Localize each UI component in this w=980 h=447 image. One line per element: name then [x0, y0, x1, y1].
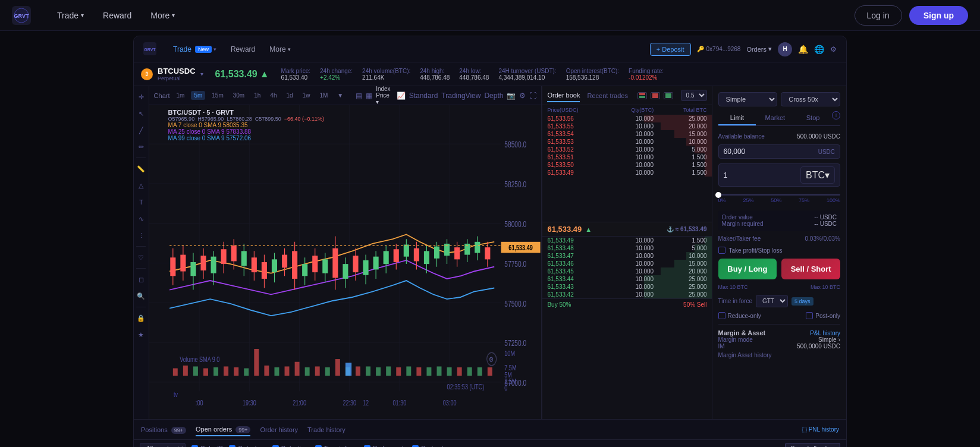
- ask-row[interactable]: 61,533.55 10.000 20.000: [542, 122, 711, 130]
- cursor-tool[interactable]: ↖: [135, 108, 147, 119]
- ob-buy-icon[interactable]: [664, 92, 673, 99]
- star-tool[interactable]: ★: [135, 329, 147, 341]
- tp-sl-row[interactable]: Take profit/Stop loss: [718, 247, 840, 254]
- pnl-history-link[interactable]: ⬚ PNL history: [802, 426, 839, 433]
- timeframe-15m[interactable]: 15m: [209, 91, 226, 100]
- tab-order-book[interactable]: Order book: [547, 89, 580, 102]
- lock-tool[interactable]: 🔒: [135, 312, 147, 324]
- crosshair-tool[interactable]: ✛: [135, 91, 147, 103]
- nav-reward[interactable]: Reward: [95, 7, 140, 24]
- tab-trade-history[interactable]: Trade history: [307, 424, 345, 436]
- ask-row[interactable]: 61,533.53 10.000 10.000: [542, 138, 711, 146]
- orders-button[interactable]: Orders ▾: [746, 45, 772, 53]
- ask-row[interactable]: 61,533.49 10.000 1.500: [542, 169, 711, 177]
- bid-row[interactable]: 61,533.48 10.000 5.000: [542, 244, 711, 252]
- timeframe-1M[interactable]: 1M: [316, 91, 331, 100]
- app-nav-reward[interactable]: Reward: [225, 43, 261, 56]
- order-type-select[interactable]: Simple: [718, 92, 778, 106]
- bid-row[interactable]: 61,533.46 10.000 15.000: [542, 260, 711, 267]
- bid-row[interactable]: 61,533.42 10.000 25.000: [542, 291, 711, 298]
- ask-row[interactable]: 61,533.52 10.000 5.000: [542, 146, 711, 153]
- qty-input-field[interactable]: BTC ▾: [718, 163, 840, 187]
- time-in-force-select[interactable]: GTT: [756, 295, 788, 307]
- timeframe-1d[interactable]: 1d: [283, 91, 296, 100]
- ob-qty-select[interactable]: 0.5: [681, 90, 707, 101]
- nav-trade[interactable]: Trade ▾: [49, 7, 92, 24]
- shapes-tool[interactable]: △: [135, 180, 147, 191]
- chart-view-depth[interactable]: Depth: [484, 92, 503, 100]
- tab-open-orders[interactable]: Open orders 99+: [196, 423, 251, 436]
- sell-short-button[interactable]: Sell / Short: [781, 259, 840, 279]
- fibonacci-tool[interactable]: ⋮: [135, 229, 147, 241]
- margin-asset-history-row[interactable]: Margin Asset history: [718, 352, 840, 358]
- indicator-tool[interactable]: ∿: [135, 213, 147, 225]
- tab-order-history[interactable]: Order history: [260, 424, 298, 436]
- ask-row[interactable]: 61,533.56 10.000 25.000: [542, 115, 711, 122]
- timeframe-1h[interactable]: 1h: [251, 91, 263, 100]
- signup-button[interactable]: Sign up: [909, 6, 968, 25]
- fullscreen-icon[interactable]: ⛶: [529, 92, 536, 100]
- timeframe-5m[interactable]: 5m: [191, 91, 205, 100]
- cancel-all-orders-button[interactable]: Cancel all orders: [785, 443, 840, 447]
- qty-slider-row[interactable]: 0% 25% 50% 75% 100%: [718, 191, 840, 206]
- index-price-selector[interactable]: Index Price ▾: [376, 86, 393, 105]
- timeframe-30m[interactable]: 30m: [230, 91, 247, 100]
- chart-compare-icon[interactable]: 📈: [397, 92, 406, 100]
- eraser-tool[interactable]: ◻: [135, 273, 147, 285]
- ob-both-icon[interactable]: [637, 92, 647, 99]
- slider-thumb[interactable]: [715, 192, 721, 198]
- bid-row[interactable]: 61,533.43 10.000 25.000: [542, 283, 711, 291]
- tab-limit[interactable]: Limit: [718, 111, 756, 125]
- order-info-icon[interactable]: i: [832, 111, 840, 119]
- post-only-checkbox[interactable]: Post-only: [806, 312, 840, 319]
- ask-row[interactable]: 61,533.54 10.000 15.000: [542, 130, 711, 138]
- timeframe-1m[interactable]: 1m: [173, 91, 187, 100]
- pencil-tool[interactable]: ✏: [135, 141, 147, 153]
- tp-sl-checkbox[interactable]: [718, 247, 725, 254]
- bid-row[interactable]: 61,533.44 10.000 25.000: [542, 275, 711, 283]
- reduce-only-checkbox[interactable]: Reduce-only: [718, 312, 761, 319]
- tab-market[interactable]: Market: [756, 111, 794, 125]
- timeframe-1w[interactable]: 1w: [300, 91, 313, 100]
- tab-recent-trades[interactable]: Recent trades: [587, 90, 627, 102]
- screenshot-icon[interactable]: 📷: [507, 92, 516, 100]
- pair-chevron-icon[interactable]: ▾: [200, 71, 203, 77]
- qty-input[interactable]: [724, 171, 800, 180]
- ruler-tool[interactable]: 📏: [135, 163, 147, 175]
- buy-long-button[interactable]: Buy / Long: [718, 259, 777, 279]
- candle-chart-icon[interactable]: ▦: [366, 92, 372, 100]
- deposit-button[interactable]: + Deposit: [650, 43, 691, 56]
- price-input-field[interactable]: USDC: [718, 144, 840, 159]
- chart-view-tradingview[interactable]: TradingView: [441, 92, 480, 100]
- ob-sell-icon[interactable]: [651, 92, 660, 99]
- ask-row[interactable]: 61,533.50 10.000 1.500: [542, 161, 711, 169]
- app-nav-more[interactable]: More ▾: [263, 43, 296, 56]
- notification-icon[interactable]: 🔔: [798, 45, 808, 54]
- chart-view-standard[interactable]: Standard: [409, 92, 438, 100]
- price-input[interactable]: [724, 147, 818, 156]
- qty-currency-select[interactable]: BTC ▾: [800, 166, 835, 184]
- bar-chart-icon[interactable]: ▤: [356, 92, 362, 100]
- tab-positions[interactable]: Positions 99+: [141, 424, 186, 436]
- logo[interactable]: GRVT: [12, 6, 31, 25]
- ask-row[interactable]: 61,533.51 10.000 1.500: [542, 153, 711, 161]
- globe-icon[interactable]: 🌐: [814, 45, 824, 54]
- timeframe-more[interactable]: ▼: [334, 91, 346, 100]
- settings-chart-icon[interactable]: ⚙: [519, 92, 526, 100]
- line-tool[interactable]: ╱: [135, 124, 147, 136]
- pnl-history-link[interactable]: P&L history: [810, 330, 840, 336]
- heart-tool[interactable]: ♡: [135, 251, 147, 263]
- pair-info[interactable]: ₿ BTCUSDC Perpetual ▾: [141, 67, 203, 81]
- leverage-select[interactable]: Cross 50x: [781, 92, 840, 106]
- text-tool[interactable]: T: [135, 196, 147, 208]
- settings-icon[interactable]: ⚙: [830, 45, 837, 53]
- bid-row[interactable]: 61,533.45 10.000 20.000: [542, 267, 711, 275]
- all-assets-select[interactable]: All assets: [140, 443, 186, 447]
- zoom-tool[interactable]: 🔍: [135, 290, 147, 302]
- bid-row[interactable]: 61,533.49 10.000 1.500: [542, 237, 711, 244]
- timeframe-4h[interactable]: 4h: [267, 91, 279, 100]
- margin-mode-value[interactable]: Simple ›: [818, 336, 840, 343]
- tab-stop[interactable]: Stop: [794, 111, 832, 125]
- app-nav-trade[interactable]: Trade New ▾: [167, 43, 222, 56]
- nav-more[interactable]: More ▾: [142, 7, 183, 24]
